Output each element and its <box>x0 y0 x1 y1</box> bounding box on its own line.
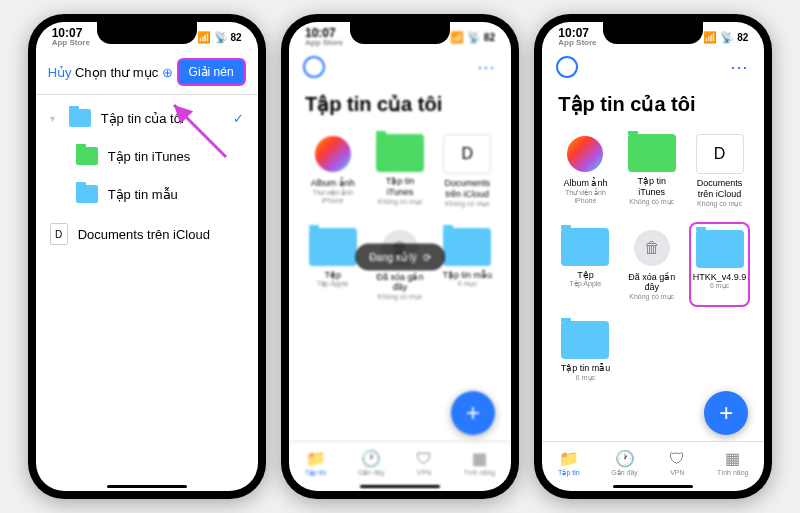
profile-icon[interactable] <box>556 56 578 78</box>
check-icon: ✓ <box>233 111 244 126</box>
folder-icon <box>443 228 491 266</box>
grid-icon: ▦ <box>472 449 487 468</box>
grid-item-trash[interactable]: 🗑Đã xóa gần đâyKhông có mục <box>623 222 681 308</box>
signal-icon: 📶 <box>197 31 211 44</box>
clock-icon: 🕐 <box>615 449 635 468</box>
folder-icon: 📁 <box>306 449 326 468</box>
tab-files[interactable]: 📁Tập tin <box>558 449 580 477</box>
notch <box>97 22 197 44</box>
clock-icon: 🕐 <box>361 449 381 468</box>
tab-features[interactable]: ▦Tính năng <box>717 449 749 476</box>
grid-item-htkk[interactable]: HTKK_v4.9.96 mục <box>689 222 751 308</box>
battery-icon: 82 <box>231 32 242 43</box>
folder-icon <box>696 230 744 268</box>
folder-icon: 📁 <box>559 449 579 468</box>
tab-vpn[interactable]: 🛡VPN <box>669 450 685 476</box>
modal-header: Hủy Chọn thư mục ⊕ Giải nén <box>36 50 258 95</box>
folder-icon <box>76 185 98 203</box>
folder-icon <box>376 134 424 172</box>
folder-list: ▾ Tập tin của tôi ✓ Tập tin iTunes Tập t… <box>36 95 258 259</box>
folder-icon <box>69 109 91 127</box>
notch <box>350 22 450 44</box>
tab-recent[interactable]: 🕐Gần đây <box>358 449 385 477</box>
home-indicator[interactable] <box>360 485 440 488</box>
battery-icon: 82 <box>737 32 748 43</box>
grid-item-photos[interactable]: Album ảnhThư viện ảnh iPhone <box>303 128 362 214</box>
tab-features[interactable]: ▦Tính năng <box>464 449 496 476</box>
top-toolbar: ⋯ <box>289 50 511 84</box>
folder-icon <box>309 228 357 266</box>
grid-item-sample[interactable]: Tập tin mẫu6 mục <box>438 222 497 308</box>
folder-label: Tập tin của tôi <box>101 111 184 126</box>
profile-icon[interactable] <box>303 56 325 78</box>
home-indicator[interactable] <box>107 485 187 488</box>
file-grid: Album ảnhThư viện ảnh iPhone Tập tin iTu… <box>289 128 511 307</box>
processing-toast: Đang xử lý⟳ <box>355 243 445 270</box>
grid-item-files[interactable]: TệpTệp Apple <box>556 222 614 308</box>
top-toolbar: ⋯ <box>542 50 764 84</box>
grid-item-sample[interactable]: Tập tin mẫu6 mục <box>556 315 614 388</box>
grid-item-icloud[interactable]: DDocuments trên iCloudKhông có mục <box>438 128 497 214</box>
new-folder-icon[interactable]: ⊕ <box>162 65 173 80</box>
folder-label: Tập tin mẫu <box>108 187 178 202</box>
cancel-button[interactable]: Hủy <box>48 65 72 80</box>
home-indicator[interactable] <box>613 485 693 488</box>
signal-icon: 📶 <box>703 31 717 44</box>
document-icon: D <box>696 134 744 174</box>
tab-vpn[interactable]: 🛡VPN <box>416 450 432 476</box>
wifi-icon: 📡 <box>720 31 734 44</box>
more-icon[interactable]: ⋯ <box>477 56 497 78</box>
wifi-icon: 📡 <box>214 31 228 44</box>
folder-row-sample[interactable]: Tập tin mẫu <box>36 175 258 213</box>
file-grid: Album ảnhThư viện ảnh iPhone Tập tin iTu… <box>542 128 764 388</box>
status-icons: 📶 📡 82 <box>197 31 242 44</box>
folder-row-my-files[interactable]: ▾ Tập tin của tôi ✓ <box>36 99 258 137</box>
tab-bar: 📁Tập tin 🕐Gần đây 🛡VPN ▦Tính năng <box>289 441 511 491</box>
more-icon[interactable]: ⋯ <box>730 56 750 78</box>
grid-item-files[interactable]: TệpTệp Apple <box>303 222 362 308</box>
page-title: Tập tin của tôi <box>289 84 511 128</box>
phone-3: 10:07 App Store 📶📡82 ⋯ Tập tin của tôi A… <box>534 14 772 499</box>
folder-icon <box>628 134 676 172</box>
folder-label: Tập tin iTunes <box>108 149 191 164</box>
phone-2: 10:07 App Store 📶📡82 ⋯ Tập tin của tôi A… <box>281 14 519 499</box>
grid-item-itunes[interactable]: Tập tin iTunesKhông có mục <box>370 128 429 214</box>
folder-icon <box>561 321 609 359</box>
grid-item-icloud[interactable]: DDocuments trên iCloudKhông có mục <box>689 128 751 214</box>
phone-1: 10:07 App Store 📶 📡 82 Hủy Chọn thư mục … <box>28 14 266 499</box>
photos-icon <box>567 136 603 172</box>
folder-icon <box>76 147 98 165</box>
shield-icon: 🛡 <box>416 450 432 468</box>
header-title: Chọn thư mục ⊕ <box>75 65 173 80</box>
tab-bar: 📁Tập tin 🕐Gần đây 🛡VPN ▦Tính năng <box>542 441 764 491</box>
document-icon: D <box>50 223 68 245</box>
folder-row-itunes[interactable]: Tập tin iTunes <box>36 137 258 175</box>
trash-icon: 🗑 <box>634 230 670 266</box>
folder-label: Documents trên iCloud <box>78 227 210 242</box>
folder-row-icloud[interactable]: D Documents trên iCloud <box>36 213 258 255</box>
grid-item-photos[interactable]: Album ảnhThư viện ảnh iPhone <box>556 128 614 214</box>
folder-icon <box>561 228 609 266</box>
spinner-icon: ⟳ <box>423 251 431 262</box>
tab-files[interactable]: 📁Tập tin <box>305 449 327 477</box>
tab-recent[interactable]: 🕐Gần đây <box>611 449 638 477</box>
extract-button[interactable]: Giải nén <box>177 58 246 86</box>
document-icon: D <box>443 134 491 174</box>
status-app-label: App Store <box>52 39 90 47</box>
grid-item-itunes[interactable]: Tập tin iTunesKhông có mục <box>623 128 681 214</box>
photos-icon <box>315 136 351 172</box>
shield-icon: 🛡 <box>669 450 685 468</box>
chevron-down-icon: ▾ <box>50 113 55 124</box>
notch <box>603 22 703 44</box>
page-title: Tập tin của tôi <box>542 84 764 128</box>
grid-icon: ▦ <box>725 449 740 468</box>
add-button[interactable]: + <box>451 391 495 435</box>
add-button[interactable]: + <box>704 391 748 435</box>
